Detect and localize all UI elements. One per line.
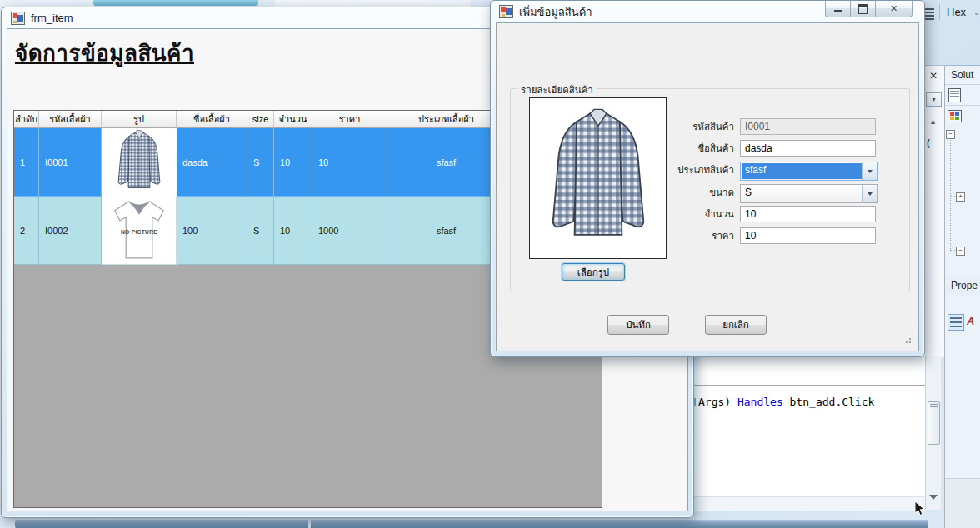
close-icon: ✕	[890, 3, 898, 14]
save-button[interactable]: บันทึก	[608, 315, 669, 335]
quantity-label: จำนวน	[594, 206, 734, 223]
hex-toolbar-label[interactable]: Hex	[947, 6, 966, 18]
no-picture-tshirt-image: NO PICTURE	[108, 197, 170, 263]
product-code-label: รหัสสินค้า	[594, 118, 734, 136]
price-input[interactable]	[740, 227, 876, 244]
scrollbar-thumb[interactable]	[928, 401, 940, 445]
cell-name[interactable]: 100	[177, 197, 248, 265]
code-line: Args) Handles btn_add.Click	[698, 396, 874, 408]
groupbox-label: รายละเอียดสินค้า	[518, 82, 597, 97]
chevron-down-icon[interactable]: ⌄	[973, 8, 980, 17]
tree-connector	[950, 137, 951, 252]
column-header[interactable]: รูป	[102, 111, 177, 128]
minimize-button[interactable]	[825, 1, 851, 17]
horizontal-scrollbar[interactable]	[692, 496, 925, 511]
cell-name[interactable]: dasda	[177, 128, 248, 197]
maximize-icon	[858, 4, 868, 14]
column-header[interactable]: รหัสเสื้อผ้า	[39, 111, 102, 128]
editor-divider-line	[692, 385, 925, 386]
field-row-price: ราคา	[511, 227, 909, 245]
dialog-client: รายละเอียดสินค้า	[496, 22, 919, 351]
code-fragment: (	[925, 137, 932, 150]
screen: Hex ⌄ ✕ ▾ ▲ ( Args) Handles btn_add.Clic…	[0, 0, 980, 528]
column-header[interactable]: size	[248, 111, 274, 128]
cell-image[interactable]	[102, 128, 177, 197]
cell-order[interactable]: 1	[14, 128, 39, 197]
cell-qty[interactable]: 10	[274, 128, 312, 197]
quantity-input[interactable]	[740, 206, 876, 222]
vertical-scrollbar[interactable]	[925, 356, 941, 510]
dialog-title: เพิ่มข้อมูลสินค้า	[519, 3, 592, 21]
minimize-icon	[834, 10, 842, 12]
chevron-down-icon	[868, 192, 872, 198]
cell-order[interactable]: 2	[14, 197, 39, 265]
solution-explorer-panel: Solut − + − Prope A	[944, 65, 980, 528]
combobox-dropdown-button[interactable]	[862, 162, 877, 180]
code-suffix: btn_add.Click	[783, 396, 875, 408]
files-dropdown[interactable]: ▾	[926, 92, 942, 107]
tree-expand-toggle[interactable]: +	[956, 192, 965, 202]
column-header[interactable]: ลำดับ	[14, 111, 39, 128]
chevron-down-icon: ▾	[932, 96, 935, 103]
maximize-button[interactable]	[851, 1, 876, 17]
field-row-size: ขนาด S	[511, 184, 909, 202]
column-header[interactable]: จำนวน	[274, 111, 312, 128]
plaid-shirt-image	[111, 129, 168, 195]
resize-grip[interactable]	[902, 335, 911, 343]
cell-price[interactable]: 10	[312, 128, 388, 197]
combobox-value: S	[742, 186, 862, 202]
cell-type[interactable]: sfasf	[388, 197, 506, 265]
field-row-code: รหัสสินค้า	[511, 118, 909, 136]
properties-page-icon[interactable]	[948, 88, 961, 102]
field-row-qty: จำนวน	[511, 206, 909, 223]
tree-collapse-toggle[interactable]: −	[956, 247, 965, 256]
cell-price[interactable]: 1000	[312, 197, 388, 265]
no-picture-label: NO PICTURE	[120, 229, 157, 235]
column-header[interactable]: ชื่อเสื้อผ้า	[177, 111, 248, 128]
panel-separator	[945, 84, 980, 85]
close-icon[interactable]: ✕	[929, 70, 938, 82]
close-button[interactable]: ✕	[876, 1, 912, 17]
column-header[interactable]: ราคา	[312, 111, 388, 128]
field-row-type: ประเภทสินค้า sfasf	[511, 162, 909, 179]
add-product-dialog: เพิ่มข้อมูลสินค้า ✕ รายละเอียดสินค้า	[490, 0, 925, 357]
combobox-value: sfasf	[742, 163, 862, 179]
cell-size[interactable]: S	[248, 197, 274, 265]
cell-qty[interactable]: 10	[274, 197, 312, 265]
cell-code[interactable]: I0002	[39, 197, 102, 265]
table-row[interactable]: 2 I0002 NO PICTURE 100 S 10 1000 sfasf	[14, 197, 506, 265]
chevron-down-icon	[868, 170, 872, 176]
product-details-groupbox: รายละเอียดสินค้า	[510, 88, 910, 291]
panel-separator	[945, 105, 980, 106]
cell-image[interactable]: NO PICTURE	[102, 197, 177, 265]
cancel-button[interactable]: ยกเลิก	[705, 315, 767, 335]
solution-icon[interactable]	[948, 110, 962, 122]
field-row-name: ชื่อสินค้า	[511, 140, 909, 157]
product-code-input	[740, 118, 876, 135]
cell-type[interactable]: sfasf	[388, 128, 506, 197]
product-name-input[interactable]	[740, 140, 876, 157]
table-row-selected[interactable]: 1 I0001	[14, 128, 506, 197]
choose-image-button[interactable]: เลือกรูป	[562, 263, 625, 281]
datagrid-header-row: ลำดับ รหัสเสื้อผ้า รูป ชื่อเสื้อผ้า size…	[14, 111, 506, 128]
editor-divider-line	[692, 496, 925, 496]
properties-panel-header: Prope	[945, 276, 980, 295]
cell-code[interactable]: I0001	[39, 128, 102, 197]
cell-size[interactable]: S	[248, 128, 274, 197]
properties-panel-footer	[945, 479, 980, 528]
caption-buttons: ✕	[825, 1, 912, 17]
alphabetical-icon[interactable]: A	[967, 315, 974, 327]
tree-collapse-toggle[interactable]: −	[946, 130, 955, 139]
solution-explorer-title: Solut	[951, 69, 973, 81]
size-label: ขนาด	[594, 184, 734, 202]
categorized-icon[interactable]	[948, 314, 964, 331]
code-editor[interactable]: Args) Handles btn_add.Click	[692, 356, 940, 510]
product-name-label: ชื่อสินค้า	[594, 140, 734, 157]
column-header[interactable]: ประเภทเสื้อผ้า	[388, 111, 506, 128]
size-combobox[interactable]: S	[740, 184, 878, 203]
product-type-combobox[interactable]: sfasf	[740, 162, 878, 181]
scroll-up-icon[interactable]: ▲	[929, 117, 937, 126]
scroll-down-icon[interactable]	[929, 495, 938, 504]
main-window-title: frm_item	[31, 12, 73, 24]
combobox-dropdown-button[interactable]	[862, 185, 877, 202]
